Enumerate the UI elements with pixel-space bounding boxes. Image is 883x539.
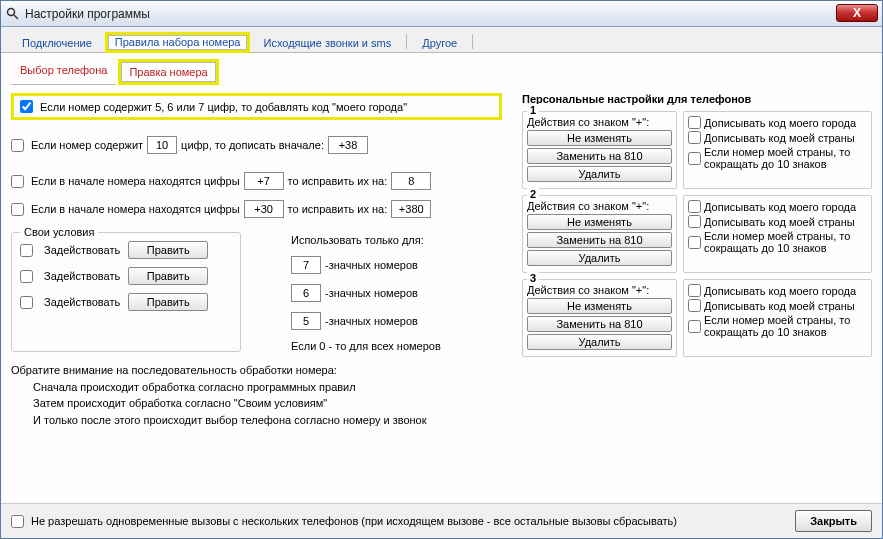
fix1-from-input[interactable] [244, 172, 284, 190]
phone1-city-checkbox[interactable] [688, 116, 701, 129]
use-only-row-3: -значных номеров [291, 312, 441, 330]
tab-connection[interactable]: Подключение [11, 32, 103, 53]
phone3-options: Дописывать код моего города Дописывать к… [683, 279, 872, 357]
cond1-label: Задействовать [44, 244, 120, 256]
cond-row-3: Задействовать Править [20, 293, 232, 311]
phone3-action-label: Действия со знаком "+": [527, 284, 672, 296]
phone2-trim-checkbox[interactable] [688, 236, 701, 249]
phone2-nochange-button[interactable]: Не изменять [527, 214, 672, 230]
phone1-city-label: Дописывать код моего города [704, 117, 856, 129]
phone3-replace-button[interactable]: Заменить на 810 [527, 316, 672, 332]
phone1-trim-checkbox[interactable] [688, 152, 701, 165]
fix2-to-input[interactable] [391, 200, 431, 218]
fix1-label-b: то исправить их на: [288, 175, 388, 187]
phone3-city-checkbox[interactable] [688, 284, 701, 297]
cond1-edit-button[interactable]: Править [128, 241, 208, 259]
phone1-nochange-button[interactable]: Не изменять [527, 130, 672, 146]
phone1-options: Дописывать код моего города Дописывать к… [683, 111, 872, 189]
fix2-checkbox[interactable] [11, 203, 24, 216]
phone1-country-checkbox[interactable] [688, 131, 701, 144]
content-area: Выбор телефона Правка номера Если номер … [1, 53, 882, 503]
tab-dial-rules[interactable]: Правила набора номера [105, 32, 251, 53]
digits-prefix-count-input[interactable] [147, 136, 177, 154]
phone1-delete-button[interactable]: Удалить [527, 166, 672, 182]
titlebar: Настройки программы X [1, 1, 882, 27]
cond2-edit-button[interactable]: Править [128, 267, 208, 285]
subtab-select-phone[interactable]: Выбор телефона [11, 59, 116, 85]
use-only-input-1[interactable] [291, 256, 321, 274]
phone3-actions: 3 Действия со знаком "+": Не изменять За… [522, 279, 677, 357]
tab-outgoing[interactable]: Исходящие звонки и sms [252, 32, 402, 53]
use-only-input-3[interactable] [291, 312, 321, 330]
tab-other[interactable]: Другое [411, 32, 468, 53]
cond3-checkbox[interactable] [20, 296, 33, 309]
phone1-actions: 1 Действия со знаком "+": Не изменять За… [522, 111, 677, 189]
phone2-number: 2 [527, 188, 539, 200]
phone2-options: Дописывать код моего города Дописывать к… [683, 195, 872, 273]
phone1-replace-button[interactable]: Заменить на 810 [527, 148, 672, 164]
window-title: Настройки программы [25, 7, 150, 21]
phone1-number: 1 [527, 104, 539, 116]
fix2-label-a: Если в начале номера находятся цифры [31, 203, 240, 215]
fix1-checkbox[interactable] [11, 175, 24, 188]
fix1-row: Если в начале номера находятся цифры то … [11, 172, 502, 190]
digits-prefix-checkbox[interactable] [11, 139, 24, 152]
digits-prefix-code-input[interactable] [328, 136, 368, 154]
use-only-label: Использовать только для: [291, 234, 441, 246]
left-column: Если номер содержит 5, 6 или 7 цифр, то … [11, 93, 502, 495]
phone1-country-label: Дописывать код моей страны [704, 132, 855, 144]
cond1-checkbox[interactable] [20, 244, 33, 257]
fix1-label-a: Если в начале номера находятся цифры [31, 175, 240, 187]
use-only-suffix-2: -значных номеров [325, 287, 418, 299]
phone2-country-checkbox[interactable] [688, 215, 701, 228]
svg-line-1 [14, 15, 18, 19]
personal-settings-title: Персональные настройки для телефонов [522, 93, 872, 105]
phone-block-3: 3 Действия со знаком "+": Не изменять За… [522, 279, 872, 357]
use-only-row-2: -значных номеров [291, 284, 441, 302]
add-city-code-checkbox[interactable] [20, 100, 33, 113]
phone2-delete-button[interactable]: Удалить [527, 250, 672, 266]
phone2-country-label: Дописывать код моей страны [704, 216, 855, 228]
disallow-concurrent-label: Не разрешать одновременные вызовы с неск… [31, 515, 677, 527]
phone3-delete-button[interactable]: Удалить [527, 334, 672, 350]
window-close-button[interactable]: X [836, 4, 878, 22]
use-only-input-2[interactable] [291, 284, 321, 302]
phone3-city-label: Дописывать код моего города [704, 285, 856, 297]
app-icon [5, 6, 21, 22]
phone3-country-label: Дописывать код моей страны [704, 300, 855, 312]
right-column: Персональные настройки для телефонов 1 Д… [522, 93, 872, 495]
disallow-concurrent-checkbox[interactable] [11, 515, 24, 528]
use-only-row-1: -значных номеров [291, 256, 441, 274]
tab-separator [472, 34, 473, 49]
phone-block-2: 2 Действия со знаком "+": Не изменять За… [522, 195, 872, 273]
digits-prefix-row: Если номер содержит цифр, то дописать вн… [11, 136, 502, 154]
cond3-edit-button[interactable]: Править [128, 293, 208, 311]
cond2-checkbox[interactable] [20, 270, 33, 283]
phone2-trim-label: Если номер моей страны, то сокращать до … [704, 230, 867, 254]
phone2-city-checkbox[interactable] [688, 200, 701, 213]
settings-window: Настройки программы X Подключение Правил… [0, 0, 883, 539]
phone2-replace-button[interactable]: Заменить на 810 [527, 232, 672, 248]
use-only-block: Использовать только для: -значных номеро… [291, 228, 441, 352]
close-button[interactable]: Закрыть [795, 510, 872, 532]
use-only-suffix-1: -значных номеров [325, 259, 418, 271]
phone3-number: 3 [527, 272, 539, 284]
disallow-concurrent-row: Не разрешать одновременные вызовы с неск… [11, 515, 677, 528]
digits-prefix-label-b: цифр, то дописать вначале: [181, 139, 324, 151]
tab-separator [406, 34, 407, 49]
use-only-zero-note: Если 0 - то для всех номеров [291, 340, 441, 352]
phone3-trim-checkbox[interactable] [688, 320, 701, 333]
main-tabs: Подключение Правила набора номера Исходя… [1, 27, 882, 53]
fix2-label-b: то исправить их на: [288, 203, 388, 215]
digits-prefix-label-a: Если номер содержит [31, 139, 143, 151]
phone3-nochange-button[interactable]: Не изменять [527, 298, 672, 314]
phone2-city-label: Дописывать код моего города [704, 201, 856, 213]
phone1-trim-label: Если номер моей страны, то сокращать до … [704, 146, 867, 170]
phone3-country-checkbox[interactable] [688, 299, 701, 312]
fix2-from-input[interactable] [244, 200, 284, 218]
cond-row-2: Задействовать Править [20, 267, 232, 285]
fix1-to-input[interactable] [391, 172, 431, 190]
note-line-2: Затем происходит обработка согласно "Сво… [11, 395, 502, 412]
subtab-edit-number[interactable]: Правка номера [118, 59, 218, 85]
add-city-code-row: Если номер содержит 5, 6 или 7 цифр, то … [11, 93, 502, 120]
